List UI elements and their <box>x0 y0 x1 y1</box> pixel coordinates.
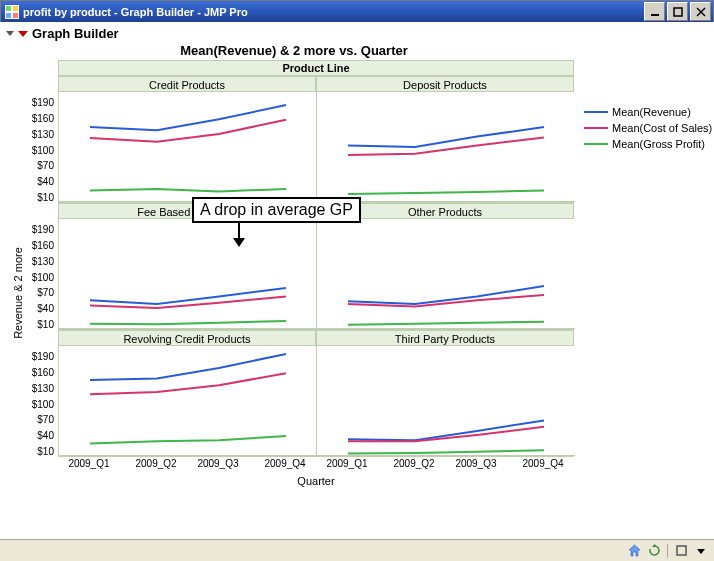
x-tick-label: 2009_Q3 <box>455 458 496 469</box>
facet-panel-header: Deposit Products <box>317 76 573 92</box>
y-tick-label: $10 <box>37 318 54 329</box>
y-tick-label: $40 <box>37 176 54 187</box>
y-tick-label: $40 <box>37 430 54 441</box>
facet-panel[interactable]: Third Party Products <box>316 330 574 457</box>
series-line[interactable] <box>90 354 286 380</box>
y-tick-label: $160 <box>32 367 54 378</box>
series-line[interactable] <box>90 373 286 394</box>
y-tick-label: $10 <box>37 191 54 202</box>
svg-marker-11 <box>233 238 245 247</box>
disclosure-icon[interactable] <box>6 31 14 36</box>
legend-label: Mean(Cost of Sales) <box>612 122 712 134</box>
y-tick-label: $100 <box>32 398 54 409</box>
outline-title: Graph Builder <box>32 26 119 41</box>
x-axis-title: Quarter <box>58 473 574 487</box>
legend-item[interactable]: Mean(Revenue) <box>584 104 712 120</box>
series-line[interactable] <box>90 288 286 304</box>
svg-marker-15 <box>697 549 705 554</box>
series-line[interactable] <box>348 191 544 195</box>
x-tick-label: 2009_Q2 <box>135 458 176 469</box>
facet-panel-header: Revolving Credit Products <box>59 330 315 346</box>
series-line[interactable] <box>348 127 544 147</box>
svg-rect-0 <box>651 14 659 16</box>
y-tick-label: $100 <box>32 271 54 282</box>
content-area: Graph Builder Revenue & 2 more Mean(Reve… <box>0 22 714 539</box>
chart-title: Mean(Revenue) & 2 more vs. Quarter <box>14 43 574 60</box>
svg-marker-12 <box>629 545 640 556</box>
menu-dropdown-icon[interactable] <box>694 544 708 558</box>
y-tick-label: $70 <box>37 160 54 171</box>
plot-area[interactable]: Revenue & 2 more Mean(Revenue) & 2 more … <box>14 43 574 487</box>
minimize-button[interactable] <box>644 2 665 21</box>
facet-panel[interactable]: Revolving Credit Products <box>58 330 316 457</box>
stop-icon[interactable] <box>674 544 688 558</box>
y-tick-label: $160 <box>32 240 54 251</box>
x-axis: 2009_Q12009_Q22009_Q32009_Q42009_Q12009_… <box>14 457 574 473</box>
y-tick-label: $130 <box>32 255 54 266</box>
facet-panel-header: Credit Products <box>59 76 315 92</box>
series-line[interactable] <box>348 450 544 453</box>
y-tick-label: $100 <box>32 144 54 155</box>
hotspot-icon[interactable] <box>18 31 28 37</box>
close-button[interactable] <box>690 2 711 21</box>
y-tick-label: $190 <box>32 351 54 362</box>
facet-panel-header: Third Party Products <box>317 330 573 346</box>
legend-swatch <box>584 111 608 113</box>
window-controls <box>644 1 713 23</box>
legend-item[interactable]: Mean(Gross Profit) <box>584 136 712 152</box>
y-tick-label: $130 <box>32 128 54 139</box>
legend[interactable]: Mean(Revenue)Mean(Cost of Sales)Mean(Gro… <box>584 104 712 152</box>
series-line[interactable] <box>90 189 286 192</box>
x-tick-label: 2009_Q1 <box>326 458 367 469</box>
y-tick-label: $130 <box>32 382 54 393</box>
svg-marker-13 <box>652 544 657 547</box>
x-tick-label: 2009_Q4 <box>522 458 563 469</box>
outline-header: Graph Builder <box>0 22 714 43</box>
facet-grid: $10$40$70$100$130$160$190Credit Products… <box>14 76 574 457</box>
series-line[interactable] <box>90 321 286 324</box>
annotation-box[interactable]: A drop in average GP <box>192 197 361 223</box>
series-line[interactable] <box>348 286 544 304</box>
legend-label: Mean(Revenue) <box>612 106 691 118</box>
annotation-arrow-icon <box>232 222 246 248</box>
series-line[interactable] <box>348 322 544 325</box>
y-tick-label: $190 <box>32 97 54 108</box>
y-tick-label: $40 <box>37 303 54 314</box>
series-line[interactable] <box>90 120 286 142</box>
app-icon <box>5 5 19 19</box>
status-bar <box>0 539 714 561</box>
svg-rect-14 <box>677 546 686 555</box>
window-title: profit by product - Graph Builder - JMP … <box>23 6 644 18</box>
facet-panel[interactable]: Credit Products <box>58 76 316 203</box>
facet-variable-header: Product Line <box>58 60 574 76</box>
maximize-button[interactable] <box>667 2 688 21</box>
y-tick-label: $70 <box>37 287 54 298</box>
x-tick-label: 2009_Q4 <box>264 458 305 469</box>
series-line[interactable] <box>90 436 286 443</box>
legend-item[interactable]: Mean(Cost of Sales) <box>584 120 712 136</box>
y-tick-label: $160 <box>32 113 54 124</box>
window-titlebar: profit by product - Graph Builder - JMP … <box>1 1 713 23</box>
facet-panel[interactable]: Deposit Products <box>316 76 574 203</box>
legend-label: Mean(Gross Profit) <box>612 138 705 150</box>
home-icon[interactable] <box>627 544 641 558</box>
y-tick-label: $190 <box>32 224 54 235</box>
y-tick-label: $70 <box>37 414 54 425</box>
svg-rect-1 <box>674 8 682 16</box>
legend-swatch <box>584 127 608 129</box>
x-tick-label: 2009_Q2 <box>393 458 434 469</box>
refresh-icon[interactable] <box>647 544 661 558</box>
y-tick-label: $10 <box>37 445 54 456</box>
x-tick-label: 2009_Q3 <box>197 458 238 469</box>
x-tick-label: 2009_Q1 <box>68 458 109 469</box>
legend-swatch <box>584 143 608 145</box>
